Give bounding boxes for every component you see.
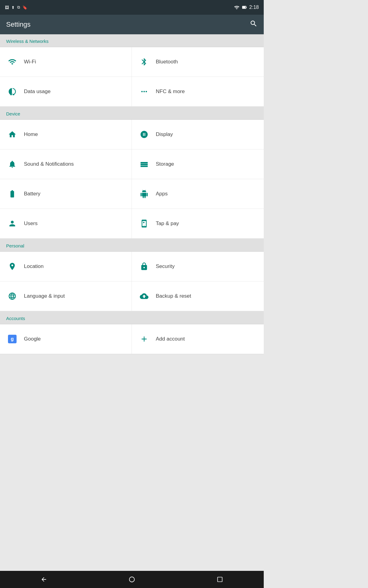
security-label: Security	[156, 263, 174, 270]
sidebar-item-apps[interactable]: Apps	[132, 179, 264, 209]
backup-icon	[138, 290, 150, 302]
wifi-label: Wi-Fi	[24, 59, 36, 65]
language-label: Language & input	[24, 293, 65, 299]
tap-pay-label: Tap & pay	[156, 221, 179, 227]
battery-icon	[6, 188, 18, 200]
add-account-icon	[138, 333, 150, 345]
location-label: Location	[24, 263, 44, 270]
device-grid: Home Display Sound & Notifications Stora…	[0, 120, 264, 239]
svg-point-4	[144, 91, 145, 92]
status-bar: 🖼 ⬆ ⧉ 🔖 2:18	[0, 0, 264, 15]
sidebar-item-sound[interactable]: Sound & Notifications	[0, 149, 132, 179]
sidebar-item-users[interactable]: Users	[0, 209, 132, 239]
svg-rect-1	[246, 7, 247, 8]
layers-icon: ⧉	[17, 5, 20, 10]
svg-rect-2	[243, 6, 245, 9]
sidebar-item-wifi[interactable]: Wi-Fi	[0, 47, 132, 77]
google-icon: g	[6, 333, 18, 345]
display-label: Display	[156, 131, 173, 138]
sound-icon	[6, 158, 18, 170]
storage-label: Storage	[156, 161, 174, 167]
data-usage-label: Data usage	[24, 89, 51, 95]
data-usage-icon	[6, 85, 18, 98]
sidebar-item-language[interactable]: Language & input	[0, 281, 132, 311]
language-icon	[6, 290, 18, 302]
time-display: 2:18	[249, 5, 259, 10]
recent-apps-button[interactable]	[211, 573, 229, 586]
sidebar-item-location[interactable]: Location	[0, 252, 132, 281]
sidebar-item-backup[interactable]: Backup & reset	[132, 281, 264, 311]
home-icon	[6, 128, 18, 141]
bluetooth-icon	[138, 56, 150, 68]
sound-label: Sound & Notifications	[24, 161, 74, 167]
users-icon	[6, 217, 18, 230]
image-icon: 🖼	[5, 5, 9, 10]
wifi-status-icon	[234, 5, 240, 10]
app-bar-title: Settings	[6, 21, 31, 28]
battery-status-icon	[242, 5, 247, 10]
nfc-icon	[138, 85, 150, 98]
bookmark-icon: 🔖	[22, 5, 27, 10]
section-header-personal: Personal	[0, 239, 264, 252]
sidebar-item-google[interactable]: g Google	[0, 324, 132, 354]
back-button[interactable]	[35, 573, 53, 586]
google-logo: g	[8, 335, 17, 343]
section-header-accounts: Accounts	[0, 311, 264, 324]
location-icon	[6, 260, 18, 273]
upload-icon: ⬆	[11, 5, 15, 10]
sidebar-item-data-usage[interactable]: Data usage	[0, 77, 132, 107]
sidebar-item-security[interactable]: Security	[132, 252, 264, 281]
sidebar-item-bluetooth[interactable]: Bluetooth	[132, 47, 264, 77]
sidebar-item-battery[interactable]: Battery	[0, 179, 132, 209]
sidebar-item-home[interactable]: Home	[0, 120, 132, 149]
svg-rect-7	[217, 577, 222, 582]
svg-point-5	[146, 91, 147, 92]
google-label: Google	[24, 336, 41, 342]
sidebar-item-display[interactable]: Display	[132, 120, 264, 149]
display-icon	[138, 128, 150, 141]
bottom-navigation	[0, 571, 264, 588]
svg-point-6	[129, 577, 135, 582]
personal-grid: Location Security Language & input Backu…	[0, 252, 264, 311]
section-header-wireless: Wireless & Networks	[0, 34, 264, 47]
backup-label: Backup & reset	[156, 293, 191, 299]
add-account-label: Add account	[156, 336, 185, 342]
status-icons-right: 2:18	[234, 5, 259, 10]
wifi-icon	[6, 56, 18, 68]
sidebar-item-add-account[interactable]: Add account	[132, 324, 264, 354]
app-bar: Settings	[0, 15, 264, 34]
apps-icon	[138, 188, 150, 200]
section-header-device: Device	[0, 107, 264, 120]
sidebar-item-storage[interactable]: Storage	[132, 149, 264, 179]
status-icons-left: 🖼 ⬆ ⧉ 🔖	[5, 5, 27, 10]
users-label: Users	[24, 221, 37, 227]
home-button[interactable]	[123, 573, 141, 586]
sidebar-item-tap-pay[interactable]: Tap & pay	[132, 209, 264, 239]
apps-label: Apps	[156, 191, 168, 197]
search-button[interactable]	[250, 20, 258, 29]
battery-label: Battery	[24, 191, 40, 197]
security-icon	[138, 260, 150, 273]
tap-pay-icon	[138, 217, 150, 230]
home-label: Home	[24, 131, 38, 138]
wireless-grid: Wi-Fi Bluetooth Data usage NFC & more	[0, 47, 264, 107]
bluetooth-label: Bluetooth	[156, 59, 178, 65]
svg-point-3	[141, 91, 143, 92]
accounts-grid: g Google Add account	[0, 324, 264, 354]
nfc-label: NFC & more	[156, 89, 185, 95]
storage-icon	[138, 158, 150, 170]
sidebar-item-nfc[interactable]: NFC & more	[132, 77, 264, 107]
